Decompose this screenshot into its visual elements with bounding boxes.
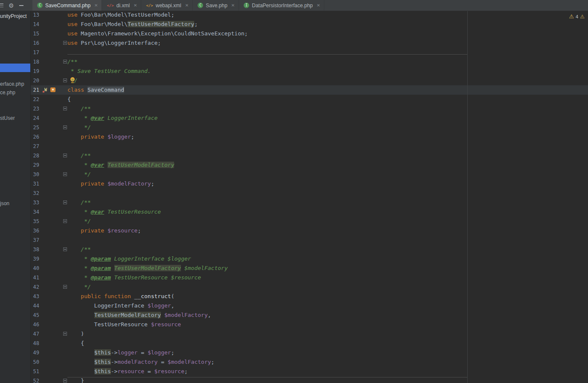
close-icon[interactable]: ✕ [94, 3, 98, 8]
fold-marker-icon[interactable] [63, 125, 67, 129]
code-text: * Save TestUser Command. [67, 67, 151, 76]
code-line-44: 44 LoggerInterface $logger, [31, 301, 588, 310]
tab-save-php[interactable]: C Save.php ✕ [193, 0, 239, 11]
code-text: use Foo\Bar\Model\TestUserModelFactory; [67, 20, 198, 29]
code-text: class SaveCommand [67, 85, 124, 95]
code-text: * @var TestUserModelFactory [67, 160, 174, 170]
weak-warning-icon: ⚠ [580, 14, 585, 19]
code-line-32: 32 [31, 189, 588, 198]
code-line-22: 22{ [31, 95, 588, 104]
code-line-45: 45 TestUserModelFactory $modelFactory, [31, 310, 588, 320]
code-line-20: 20 */ [31, 76, 588, 85]
line-number: 41 [31, 273, 39, 282]
code-line-43: 43 public function __construct( [31, 292, 588, 301]
fold-marker-icon[interactable] [63, 154, 67, 157]
gear-icon[interactable]: ⚙ [9, 3, 14, 9]
tab-label: Save.php [206, 3, 227, 9]
line-number: 28 [31, 151, 39, 160]
fold-marker-icon[interactable] [63, 219, 67, 223]
code-line-28: 28 /** [31, 151, 588, 160]
close-icon[interactable]: ✕ [185, 3, 189, 8]
menu-icon[interactable] [0, 3, 3, 7]
project-root-item[interactable]: unityProject [0, 13, 27, 20]
line-number: 42 [31, 282, 39, 292]
tab-label: SaveCommand.php [45, 3, 90, 9]
code-text: LoggerInterface $logger, [67, 301, 174, 310]
fold-marker-icon[interactable] [63, 41, 67, 45]
code-text: public function __construct( [67, 292, 174, 301]
inspections-widget[interactable]: ⚠ 4 ⚠ [569, 14, 585, 19]
code-text: { [67, 95, 71, 104]
code-line-33: 33 /** [31, 198, 588, 207]
fold-marker-icon[interactable] [63, 107, 67, 110]
fold-marker-icon[interactable] [63, 332, 67, 336]
fold-marker-icon[interactable] [63, 60, 67, 64]
code-text: TestUserModelFactory $modelFactory, [67, 310, 211, 320]
code-line-13: 13use Foo\Bar\Model\TestUserModel; [31, 10, 588, 20]
tab-datapersistorinterface-php[interactable]: I DataPersistorInterface.php ✕ [239, 0, 324, 11]
line-number: 47 [31, 329, 39, 339]
php-class-icon: C [37, 3, 43, 8]
line-number: 30 [31, 170, 39, 179]
code-line-40: 40 * @param TestUserModelFactory $modelF… [31, 264, 588, 273]
line-number: 23 [31, 104, 39, 113]
code-line-24: 24 * @var LoggerInterface [31, 113, 588, 123]
tab-savecommand-php[interactable]: C SaveCommand.php ✕ [32, 0, 102, 11]
warning-icon: ⚠ [569, 14, 574, 19]
minimize-icon[interactable] [19, 5, 23, 6]
code-line-46: 46 TestUserResource $resource [31, 320, 588, 329]
fold-marker-icon[interactable] [63, 285, 67, 289]
line-number: 29 [31, 160, 39, 170]
php-class-icon: C [198, 3, 203, 8]
code-line-15: 15use Magento\Framework\Exception\CouldN… [31, 29, 588, 38]
line-number: 48 [31, 339, 39, 348]
line-number: 27 [31, 142, 39, 151]
tree-item-file[interactable]: json [0, 200, 9, 207]
xml-file-icon: </> [146, 3, 153, 8]
code-text: $this->logger = $logger; [67, 348, 175, 357]
fold-marker-icon[interactable] [63, 200, 67, 204]
line-number: 45 [31, 310, 39, 320]
implement-marker-icon[interactable] [50, 87, 55, 92]
line-number: 18 [31, 57, 39, 67]
close-icon[interactable]: ✕ [134, 3, 137, 8]
code-line-18: 18/** [31, 57, 588, 67]
line-number: 25 [31, 123, 39, 132]
code-text: use Magento\Framework\Exception\CouldNot… [67, 29, 248, 38]
code-text: { [67, 339, 84, 348]
warning-count: 4 [576, 14, 578, 19]
code-line-51: 51 $this->resource = $resource; [31, 367, 588, 376]
tree-item-file[interactable]: erface.php [0, 81, 24, 87]
code-text: /** [67, 151, 91, 160]
code-text: } [67, 376, 84, 383]
fold-marker-icon[interactable] [63, 379, 67, 383]
toolbar-icons: ⚙ [0, 0, 32, 11]
code-text: * @param TestUserResource $resource [67, 273, 201, 282]
close-icon[interactable]: ✕ [231, 3, 235, 8]
line-number: 24 [31, 113, 39, 123]
line-number: 38 [31, 245, 39, 254]
tab-webapi-xml[interactable]: </> webapi.xml ✕ [141, 0, 193, 11]
tab-di-xml[interactable]: </> di.xml ✕ [102, 0, 141, 11]
tree-item-file[interactable]: ce.php [0, 89, 15, 96]
line-number: 46 [31, 320, 39, 329]
code-line-26: 26 private $logger; [31, 132, 588, 142]
code-text: /** [67, 245, 91, 254]
code-line-41: 41 * @param TestUserResource $resource [31, 273, 588, 282]
code-line-47: 47 ) [31, 329, 588, 339]
fold-marker-icon[interactable] [63, 172, 67, 176]
tree-item-folder[interactable]: stUser [0, 115, 15, 122]
line-number: 31 [31, 179, 39, 189]
tab-label: webapi.xml [156, 3, 181, 9]
code-text: TestUserResource $resource [67, 320, 181, 329]
line-number: 21 [31, 85, 39, 95]
override-marker-icon[interactable]: W [43, 87, 49, 93]
fold-marker-icon[interactable] [63, 78, 67, 82]
selected-tree-item[interactable] [0, 64, 30, 72]
close-icon[interactable]: ✕ [317, 3, 320, 8]
code-editor[interactable]: 13use Foo\Bar\Model\TestUserModel;14use … [31, 11, 588, 383]
line-number: 36 [31, 226, 39, 235]
line-number: 17 [31, 48, 39, 57]
fold-marker-icon[interactable] [63, 247, 67, 251]
code-line-27: 27 [31, 142, 588, 151]
